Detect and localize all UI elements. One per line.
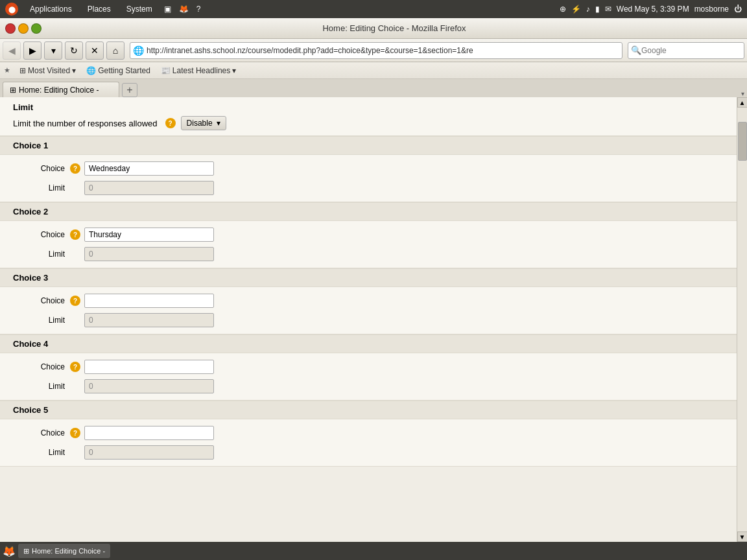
tab-list-button[interactable]: ▾ [741,90,744,97]
bookmarks-label: ★ [4,66,10,75]
choice-4-limit-row: Limit [13,379,724,393]
applications-menu[interactable]: Applications [26,3,76,15]
choice-sections-container: Choice 1 Choice ? Limit Choice 2 Choice … [0,136,737,467]
home-button[interactable]: ⌂ [106,41,124,60]
maximize-button[interactable] [31,23,42,34]
choice-2-header: Choice 2 [0,202,737,221]
back-button[interactable]: ◀ [3,41,21,60]
tabs-bar: ⊞ Home: Editing Choice - + ▾ [0,79,747,97]
choice-1-input[interactable] [84,161,214,176]
choice-1-header: Choice 1 [0,136,737,155]
limit-help-icon[interactable]: ? [165,118,176,128]
system-menu[interactable]: System [123,3,156,15]
choice-5-input[interactable] [84,426,214,440]
choice-4-body: Choice ? Limit [0,353,737,401]
refresh-icon: ↻ [70,45,78,56]
scroll-down-arrow[interactable]: ▼ [737,531,748,542]
choice-2-choice-label: Choice [13,230,65,239]
scroll-thumb[interactable] [738,122,747,161]
choice-3-limit-label: Limit [13,316,65,325]
choice-5-body: Choice ? Limit [0,419,737,467]
bookmark-getting-started[interactable]: 🌐 Getting Started [82,65,154,76]
choice-4-help-icon[interactable]: ? [70,362,80,372]
choice-2-limit-label: Limit [13,250,65,259]
choice-1-body: Choice ? Limit [0,155,737,202]
choice-1-limit-label: Limit [13,183,65,192]
choice-3-help-icon[interactable]: ? [70,296,80,306]
choice-section-2: Choice 2 Choice ? Limit [0,202,737,268]
choice-5-choice-label: Choice [13,428,65,438]
terminal-icon[interactable]: ▣ [164,5,171,14]
minimize-button[interactable] [18,23,29,34]
new-tab-button[interactable]: + [122,83,137,97]
firefox-taskbar-icon[interactable]: 🦊 [179,5,189,14]
bookmark-icon-3: 📰 [161,66,171,75]
choice-section-5: Choice 5 Choice ? Limit [0,401,737,467]
choice-3-limit-row: Limit [13,313,724,327]
choice-2-help-icon[interactable]: ? [70,229,80,240]
choice-5-header: Choice 5 [0,401,737,419]
bookmark-label: Most Visited [28,66,70,75]
choice-5-limit-input[interactable] [84,445,214,460]
refresh-button[interactable]: ↻ [65,41,83,60]
tab-label: Home: Editing Choice - [19,86,99,95]
bluetooth-icon: ⚡ [571,5,581,14]
nav-bar: ◀ ▶ ▾ ↻ ✕ ⌂ 🌐 🔍 [0,39,747,62]
mail-icon: ✉ [605,5,611,14]
choice-3-limit-input[interactable] [84,313,214,327]
home-icon: ⌂ [113,45,118,56]
limit-dropdown-arrow: ▾ [217,119,220,128]
choice-1-limit-input[interactable] [84,181,214,195]
search-input[interactable] [641,46,741,55]
page-icon: 🌐 [133,45,144,56]
search-bar-container: 🔍 [628,42,744,59]
back-icon: ◀ [8,45,16,56]
scroll-track [738,108,747,531]
choice-4-limit-input[interactable] [84,379,214,393]
bookmark-latest-headlines[interactable]: 📰 Latest Headlines ▾ [157,65,240,76]
taskbar-app[interactable]: ⊞ Home: Editing Choice - [18,544,110,558]
scroll-up-arrow[interactable]: ▲ [737,97,748,108]
ubuntu-logo[interactable]: ⬤ [5,3,18,16]
help-icon[interactable]: ? [196,5,201,14]
choice-4-choice-row: Choice ? [13,360,724,374]
stop-button[interactable]: ✕ [86,41,104,60]
power-icon[interactable]: ⏻ [734,5,742,14]
volume-icon[interactable]: ♪ [586,5,590,14]
bookmark-label-3: Latest Headlines [172,66,230,75]
choice-2-input[interactable] [84,228,214,242]
close-button[interactable] [5,23,16,34]
window-controls [5,23,42,34]
search-engine-icon: 🔍 [631,45,641,55]
scrollbar: ▲ ▼ [737,97,747,542]
choice-3-choice-row: Choice ? [13,294,724,308]
taskbar-app-label: Home: Editing Choice - [32,547,105,555]
limit-section-header: Limit [13,102,724,112]
limit-dropdown[interactable]: Disable ▾ [181,116,226,130]
tab-favicon: ⊞ [10,86,16,95]
choice-1-limit-row: Limit [13,181,724,195]
choice-4-limit-label: Limit [13,382,65,391]
username: mosborne [694,5,729,14]
choice-1-help-icon[interactable]: ? [70,163,80,174]
choice-5-help-icon[interactable]: ? [70,428,80,438]
places-menu[interactable]: Places [84,3,115,15]
stop-icon: ✕ [91,45,99,56]
address-bar[interactable] [147,46,619,55]
content-area: Limit Limit the number of responses allo… [0,97,747,542]
choice-2-body: Choice ? Limit [0,221,737,268]
history-dropdown-button[interactable]: ▾ [44,41,62,60]
forward-icon: ▶ [29,45,36,56]
forward-button[interactable]: ▶ [23,41,42,60]
choice-2-limit-input[interactable] [84,247,214,261]
choice-1-choice-row: Choice ? [13,161,724,176]
limit-field-label: Limit the number of responses allowed [13,119,158,128]
choice-3-input[interactable] [84,294,214,308]
active-tab[interactable]: ⊞ Home: Editing Choice - [3,82,119,97]
choice-4-input[interactable] [84,360,214,374]
taskbar-app-icon: ⊞ [23,547,29,555]
bookmark-most-visited[interactable]: ⊞ Most Visited ▾ [16,65,80,76]
limit-dropdown-value: Disable [187,119,213,128]
os-topbar: ⬤ Applications Places System ▣ 🦊 ? ⊕ ⚡ ♪… [0,0,747,18]
choice-section-4: Choice 4 Choice ? Limit [0,334,737,401]
